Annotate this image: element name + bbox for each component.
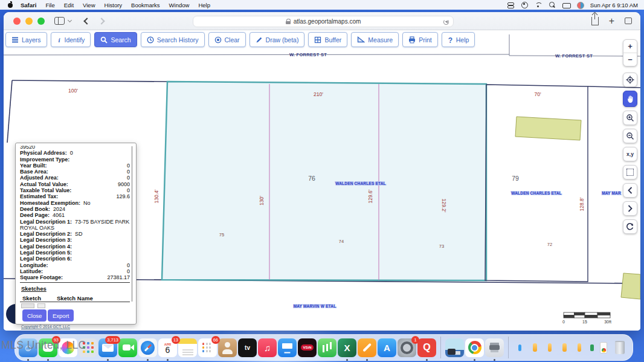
pan-hand-tool[interactable] — [623, 91, 637, 107]
next-extent-tool[interactable] — [623, 201, 637, 216]
quicken-glyph: Q — [423, 342, 430, 353]
minimized-blue-dock-icon[interactable] — [518, 344, 521, 351]
menu-help[interactable]: Help — [198, 2, 210, 8]
draw-button[interactable]: Draw (beta) — [250, 32, 305, 47]
safari-running-dot — [147, 359, 149, 361]
copyright-text[interactable]: Copyright © 2014 GCT, LLC — [21, 325, 70, 329]
music-dock-icon[interactable]: ♫ — [258, 338, 277, 357]
sketches-link[interactable]: Sketches — [21, 285, 47, 292]
clear-button[interactable]: Clear — [208, 32, 246, 47]
stack-status-icon[interactable] — [507, 2, 514, 8]
reload-icon[interactable] — [443, 19, 449, 25]
search-history-button[interactable]: Search History — [141, 32, 205, 47]
menu-window[interactable]: Window — [169, 2, 190, 8]
back-button[interactable] — [83, 18, 90, 24]
tab-overview-icon[interactable] — [625, 18, 632, 24]
print-button[interactable]: Print — [402, 32, 438, 47]
menu-file[interactable]: File — [45, 2, 54, 8]
app-store-dock-icon[interactable]: A — [378, 338, 396, 357]
close-button[interactable]: Close — [22, 309, 47, 322]
calendar-dock-icon[interactable]: APR613 — [158, 338, 177, 357]
system-settings-dock-icon[interactable]: 1 — [398, 338, 416, 357]
svg-text:73: 73 — [439, 244, 444, 249]
selected-parcel[interactable] — [162, 82, 486, 280]
stocks-dock-icon[interactable] — [318, 338, 336, 357]
select-extent-tool[interactable] — [623, 165, 637, 179]
parcel-olive-bottom-right[interactable] — [621, 273, 640, 299]
parcel-79-boundary[interactable] — [485, 85, 588, 282]
mail-dock-icon[interactable]: 3,713 — [98, 338, 117, 357]
minimized-orange-2-dock-icon[interactable] — [548, 343, 552, 352]
field-label: Latitude: — [20, 268, 43, 274]
search-status-icon[interactable] — [549, 2, 556, 8]
building-footprint[interactable] — [515, 117, 581, 140]
sketch-thumbnail[interactable] — [21, 303, 34, 308]
pages-dock-icon[interactable] — [358, 338, 376, 357]
reminders-badge: 66 — [211, 336, 220, 344]
measure-button[interactable]: Measure — [351, 32, 399, 47]
zoom-in-box-tool[interactable] — [623, 111, 637, 125]
forward-button[interactable] — [98, 18, 105, 24]
vsin-dock-icon[interactable]: VSiN — [298, 338, 317, 357]
zoom-in-button[interactable]: + — [623, 40, 637, 53]
minimized-orange-1-dock-icon[interactable] — [533, 343, 537, 352]
layers-button[interactable]: Layers — [5, 32, 47, 47]
share-icon[interactable] — [591, 17, 599, 25]
minimized-green-dock-icon[interactable] — [590, 344, 593, 351]
fullscreen-window-button[interactable] — [37, 18, 45, 25]
geolocate-tool[interactable] — [623, 73, 637, 87]
menu-view[interactable]: View — [83, 2, 95, 8]
keynote-dock-icon[interactable] — [278, 338, 297, 357]
wifi-status-icon[interactable] — [535, 2, 542, 8]
close-window-button[interactable] — [13, 18, 21, 25]
trash-dock-icon[interactable] — [610, 338, 629, 357]
dock-separator — [508, 337, 509, 358]
excel-dock-icon[interactable]: X — [338, 338, 356, 357]
export-button[interactable]: Export — [48, 309, 74, 322]
chrome-dock-icon[interactable] — [465, 338, 484, 357]
contacts-dock-icon[interactable] — [218, 338, 237, 357]
quicken-dock-icon[interactable]: Q — [417, 338, 436, 357]
new-tab-icon[interactable]: + — [609, 18, 614, 24]
identify-button[interactable]: iIdentify — [51, 32, 91, 47]
address-bar[interactable]: atlas.geoportalmaps.com — [193, 16, 454, 27]
sketch-column-header: Sketch — [22, 295, 41, 302]
zoom-control: + − — [623, 39, 637, 66]
zoom-out-box-tool[interactable] — [623, 129, 637, 143]
menu-history[interactable]: History — [105, 2, 123, 8]
user-status-icon[interactable] — [521, 2, 528, 8]
kb-status-icon[interactable] — [562, 2, 570, 8]
notes-dock-icon[interactable] — [178, 338, 197, 357]
svg-text:WALDEN CHARLES ETAL: WALDEN CHARLES ETAL — [335, 181, 385, 186]
sidebar-chevron-icon[interactable] — [68, 18, 72, 22]
facetime-dock-icon[interactable] — [118, 338, 137, 357]
menu-bookmarks[interactable]: Bookmarks — [131, 2, 160, 8]
sketch-thumbnail[interactable] — [37, 303, 45, 308]
pictures-stack-dock-icon[interactable] — [445, 338, 464, 357]
field-label: Physical Address: — [20, 150, 67, 156]
help-button[interactable]: ?Help — [442, 32, 475, 47]
minimized-window-dock-icon[interactable] — [600, 342, 607, 354]
apple-logo-icon[interactable] — [8, 2, 13, 8]
previous-extent-tool[interactable] — [623, 183, 637, 198]
zoom-out-button[interactable]: − — [623, 53, 637, 66]
search-button[interactable]: Search — [94, 32, 137, 47]
menu-edit[interactable]: Edit — [64, 2, 74, 8]
field-label: Base Area: — [20, 169, 48, 175]
minimize-window-button[interactable] — [25, 18, 33, 25]
buffer-button[interactable]: Buffer — [308, 32, 347, 47]
xy-coordinates-tool[interactable]: x,y — [623, 147, 637, 161]
menubar-clock[interactable]: Sun Apr 6 9:10 AM — [590, 2, 638, 8]
menu-safari[interactable]: Safari — [21, 2, 36, 8]
refresh-tool[interactable] — [623, 219, 637, 234]
minimized-orange-3-dock-icon[interactable] — [562, 343, 567, 352]
cc-status-icon[interactable] — [576, 2, 584, 8]
printer-dock-icon[interactable] — [485, 338, 504, 357]
field-value: SD — [72, 231, 83, 237]
minimized-orange-4-dock-icon[interactable] — [578, 343, 582, 352]
apple-tv-dock-icon[interactable]: tv — [238, 338, 257, 357]
safari-dock-icon[interactable] — [138, 338, 157, 357]
sidebar-toggle-icon[interactable] — [54, 17, 65, 25]
reminders-dock-icon[interactable]: 66 — [198, 338, 217, 357]
popup-scrollbar[interactable] — [132, 146, 132, 302]
